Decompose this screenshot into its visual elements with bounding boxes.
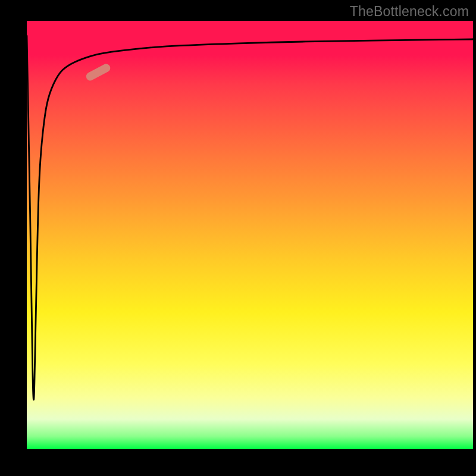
chart-svg	[27, 21, 473, 449]
plot-area	[27, 21, 473, 449]
svg-rect-0	[84, 62, 111, 82]
bottleneck-curve	[27, 36, 473, 400]
highlighted-marker	[84, 62, 111, 82]
watermark-text: TheBottleneck.com	[350, 4, 469, 20]
